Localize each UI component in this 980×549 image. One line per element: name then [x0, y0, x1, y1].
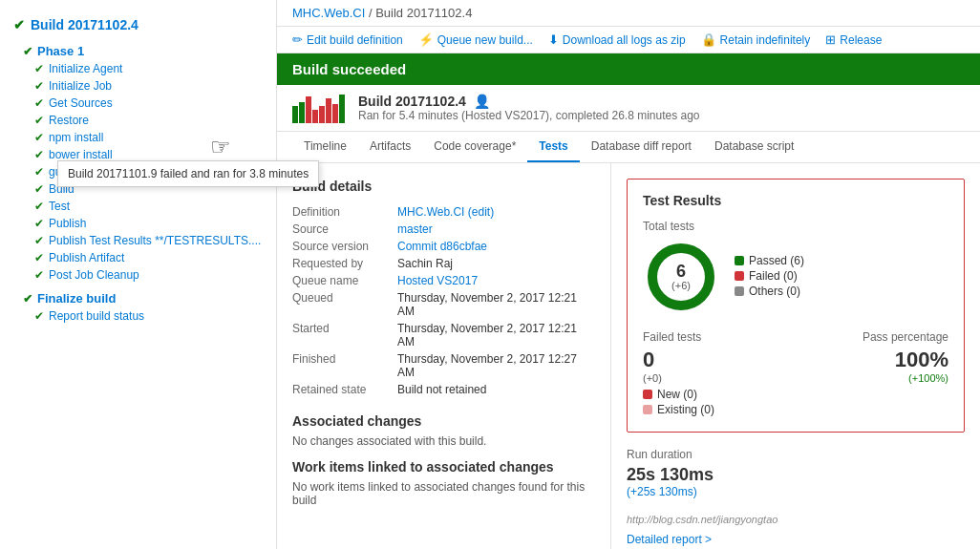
pass-pct-label: Pass percentage [863, 330, 948, 344]
detail-row: Queued Thursday, November 2, 2017 12:21 … [292, 289, 595, 320]
tooltip-bubble: Build 20171101.9 failed and ran for 3.8 … [57, 160, 277, 187]
detail-row: Requested by Sachin Raj [292, 255, 595, 272]
detail-value[interactable]: Commit d86cbfae [397, 240, 595, 253]
total-tests-section: Total tests 6 [643, 220, 804, 315]
new-dot [643, 390, 652, 399]
breadcrumb-build: Build 20171102.4 [375, 6, 472, 20]
bar-5 [319, 106, 325, 123]
bar-7 [332, 104, 338, 123]
tab-timeline[interactable]: Timeline [292, 132, 358, 162]
tab-tests[interactable]: Tests [527, 132, 579, 162]
sidebar-item-test[interactable]: ✔ Test [0, 198, 276, 215]
failed-legend: New (0) Existing (0) [643, 388, 714, 416]
pencil-icon: ✏ [292, 32, 303, 47]
detail-value[interactable]: Hosted VS2017 [397, 274, 595, 287]
total-tests-label: Total tests [643, 220, 804, 233]
check-icon: ✔ [34, 96, 44, 110]
sidebar-item-initialize-job[interactable]: ✔ Initialize Job [0, 77, 276, 95]
queue-new-build-button[interactable]: ⚡ Queue new build... [418, 32, 533, 47]
sidebar-item-get-sources[interactable]: ✔ Get Sources [0, 95, 276, 112]
tab-database-diff[interactable]: Database diff report [580, 132, 703, 162]
test-top: Total tests 6 [643, 220, 948, 315]
left-panel: Build details Definition MHC.Web.CI (edi… [277, 163, 611, 549]
tab-code-coverage[interactable]: Code coverage* [422, 132, 527, 162]
detail-label: Queue name [292, 274, 397, 287]
tab-artifacts[interactable]: Artifacts [358, 132, 422, 162]
build-info-title: Build 20171102.4 👤 [358, 94, 700, 109]
detail-label: Queued [292, 291, 397, 318]
build-info-text: Build 20171102.4 👤 Ran for 5.4 minutes (… [358, 94, 700, 122]
check-icon: ✔ [34, 251, 44, 264]
detail-row: Started Thursday, November 2, 2017 12:21… [292, 320, 595, 350]
download-logs-button[interactable]: ⬇ Download all logs as zip [548, 32, 686, 47]
detail-row: Retained state Build not retained [292, 381, 595, 398]
sidebar-build-title[interactable]: ✔ Build 20171102.4 [0, 8, 276, 40]
detail-label: Finished [292, 352, 397, 379]
failed-tests-number: 0 [643, 348, 714, 372]
detailed-report-link[interactable]: Detailed report > [627, 533, 965, 546]
check-icon: ✔ [34, 217, 44, 230]
legend-failed: Failed (0) [735, 269, 804, 283]
run-duration-plus: (+25s 130ms) [627, 485, 965, 498]
check-icon: ✔ [34, 309, 44, 323]
sidebar-item-report-status[interactable]: ✔ Report build status [0, 307, 276, 325]
build-chart [292, 93, 345, 123]
watermark: http://blog.csdn.net/jiangyongtao [627, 514, 965, 525]
user-icon: 👤 [474, 94, 490, 109]
check-icon: ✔ [34, 131, 44, 144]
release-button[interactable]: ⊞ Release [825, 32, 882, 47]
sidebar-item-publish[interactable]: ✔ Publish [0, 215, 276, 232]
sidebar: ✔ Build 20171102.4 ✔ Phase 1 ✔ Initializ… [0, 0, 277, 549]
detail-value[interactable]: master [397, 222, 595, 236]
failed-tests-label: Failed tests [643, 330, 714, 344]
detail-label: Source [292, 222, 397, 236]
test-results-box: Test Results Total tests [627, 179, 965, 433]
detail-value: Build not retained [397, 383, 595, 396]
tab-database-script[interactable]: Database script [703, 132, 805, 162]
retain-indefinitely-button[interactable]: 🔒 Retain indefinitely [701, 32, 811, 47]
associated-changes-text: No changes associated with this build. [292, 434, 595, 448]
detail-value: Thursday, November 2, 2017 12:21 AM [397, 322, 595, 348]
detail-label: Retained state [292, 383, 397, 396]
passed-dot [735, 256, 744, 265]
sidebar-finalize[interactable]: ✔ Finalize build [0, 287, 276, 307]
build-details-title: Build details [292, 179, 595, 194]
detail-label: Started [292, 322, 397, 348]
main-content: MHC.Web.CI / Build 20171102.4 ✏ Edit bui… [277, 0, 980, 549]
breadcrumb-project[interactable]: MHC.Web.CI [292, 6, 365, 20]
test-results-title: Test Results [643, 193, 948, 208]
work-items-text: No work items linked to associated chang… [292, 480, 595, 507]
donut-plus: (+6) [671, 280, 691, 291]
detail-label: Source version [292, 240, 397, 253]
edit-build-definition-button[interactable]: ✏ Edit build definition [292, 32, 403, 47]
sidebar-item-restore[interactable]: ✔ Restore [0, 112, 276, 129]
right-panel: Test Results Total tests [611, 163, 980, 549]
detail-value: Thursday, November 2, 2017 12:27 AM [397, 352, 595, 379]
sidebar-item-initialize-agent[interactable]: ✔ Initialize Agent [0, 60, 276, 77]
content-area: Build details Definition MHC.Web.CI (edi… [277, 163, 980, 549]
detail-value[interactable]: MHC.Web.CI (edit) [397, 205, 595, 219]
detail-row: Finished Thursday, November 2, 2017 12:2… [292, 350, 595, 381]
donut-chart: 6 (+6) [643, 239, 719, 315]
bar-3 [306, 96, 311, 123]
detail-row: Queue name Hosted VS2017 [292, 272, 595, 289]
sidebar-item-publish-test-results[interactable]: ✔ Publish Test Results **/TESTRESULTS...… [0, 232, 276, 249]
pass-pct-sub: (+100%) [863, 372, 948, 384]
sidebar-item-npm-install[interactable]: ✔ npm install [0, 129, 276, 146]
failed-tests-section: Failed tests 0 (+0) New (0) Exis [643, 330, 714, 418]
run-duration-value: 25s 130ms [627, 465, 965, 485]
legend-new: New (0) [643, 388, 714, 401]
check-icon: ✔ [34, 62, 44, 75]
sidebar-build-check-icon: ✔ [13, 17, 25, 32]
sidebar-item-post-job-cleanup[interactable]: ✔ Post Job Cleanup [0, 266, 276, 284]
run-duration-section: Run duration 25s 130ms (+25s 130ms) [627, 448, 965, 498]
others-dot [735, 286, 744, 296]
existing-dot [643, 405, 652, 414]
sidebar-phase[interactable]: ✔ Phase 1 [0, 40, 276, 60]
sidebar-item-publish-artifact[interactable]: ✔ Publish Artifact [0, 249, 276, 266]
check-icon: ✔ [34, 200, 44, 213]
pass-pct-section: Pass percentage 100% (+100%) [863, 330, 948, 418]
detail-row: Source master [292, 221, 595, 238]
detail-row: Definition MHC.Web.CI (edit) [292, 203, 595, 221]
bar-2 [299, 102, 305, 123]
